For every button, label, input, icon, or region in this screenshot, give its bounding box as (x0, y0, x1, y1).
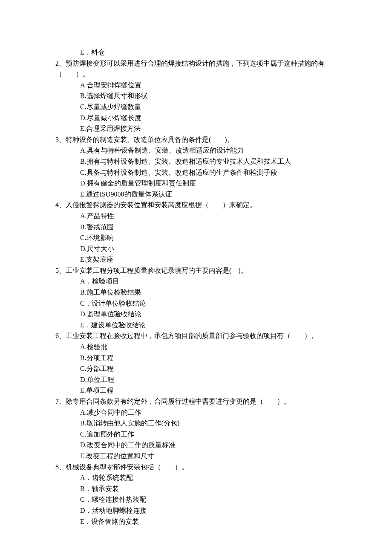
question-2: 2、预防焊接变形可以采用进行合理的焊接结构设计的措施，下列选项中属于这种措施的有… (55, 58, 337, 134)
question-stem: 除专用合同条款另有约定外，合同履行过程中需要进行变更的是（ ）。 (66, 398, 291, 405)
option-text: D.改变合同中的工作的质量标准 (55, 439, 337, 451)
option-text: C.分部工程 (55, 363, 337, 374)
question-5: 5、工业安装工程分项工程质量验收记录填写的主要内容是( )。 A．检验项目 B.… (55, 265, 337, 331)
question-stem: 预防焊接变形可以采用进行合理的焊接结构设计的措施，下列选项中属于这种措施的有（ … (55, 60, 325, 78)
option-text: C.尽量减少焊缝数量 (55, 101, 337, 113)
question-stem: 工业安装工程分项工程质量验收记录填写的主要内容是( )。 (66, 267, 248, 274)
option-text: A.具有与特种设备制造、安装、改造相适应的设计能力 (55, 145, 337, 156)
option-text: C.环境影响 (55, 232, 337, 243)
option-text: B.警戒范围 (55, 222, 337, 233)
question-text: 5、工业安装工程分项工程质量验收记录填写的主要内容是( )。 (55, 265, 337, 276)
option-text: E.支架底座 (55, 254, 337, 265)
option-text: C．设计单位验收结论 (55, 298, 337, 309)
question-4: 4、入侵报警探测器的安装位置和安装高度应根据（ ）来确定。 A.产品特性 B.警… (55, 199, 337, 265)
option-text: B.施工单位检验结果 (55, 287, 337, 298)
option-text: A.检验批 (55, 341, 337, 353)
option-text: E.单项工程 (55, 385, 337, 396)
option-text: E．料仓 (55, 47, 337, 58)
question-number: 2、 (55, 60, 66, 67)
question-stem: 工业安装工程在验收过程中，承包方项目部的质量部门参与验收的项目有（ ）。 (66, 332, 318, 339)
option-text: E.通过ISO9000的质量体系认证 (55, 189, 337, 200)
option-text: E．建设单位验收结论 (55, 320, 337, 331)
question-text: 4、入侵报警探测器的安装位置和安装高度应根据（ ）来确定。 (55, 199, 337, 211)
option-text: D.拥有健全的质量管理制度和责任制度 (55, 178, 337, 189)
question-text: 7、除专用合同条款另有约定外，合同履行过程中需要进行变更的是（ ）。 (55, 396, 337, 407)
question-stem: 特种设备的制造安装、改造单位应具备的条件是( )。 (66, 136, 234, 143)
question-7: 7、除专用合同条款另有约定外，合同履行过程中需要进行变更的是（ ）。 A.减少合… (55, 396, 337, 462)
option-text: D.监理单位验收结论 (55, 309, 337, 320)
question-number: 3、 (55, 136, 66, 143)
question-stem: 机械设备典型零部件安装包括（ ）。 (66, 463, 188, 471)
option-text: D.尺寸大小 (55, 243, 337, 254)
option-text: A.合理安排焊缝位置 (55, 80, 337, 91)
option-text: A.产品特性 (55, 211, 337, 222)
option-text: C．螺栓连接件热装配 (55, 494, 337, 505)
option-text: B.取消转由他人实施的工作(分包) (55, 418, 337, 429)
option-text: E.合理采用焊接方法 (55, 123, 337, 134)
question-number: 7、 (55, 398, 66, 405)
question-text: 2、预防焊接变形可以采用进行合理的焊接结构设计的措施，下列选项中属于这种措施的有… (55, 58, 337, 80)
option-text: B.拥有与特种设备制造、安装、改造相适应的专业技术人员和技术工人 (55, 156, 337, 167)
question-text: 8、机械设备典型零部件安装包括（ ）。 (55, 462, 337, 473)
question-stem: 入侵报警探测器的安装位置和安装高度应根据（ ）来确定。 (66, 201, 257, 208)
option-text: A．检验项目 (55, 276, 337, 287)
question-number: 8、 (55, 463, 66, 471)
option-text: D.单位工程 (55, 374, 337, 385)
question-text: 3、特种设备的制造安装、改造单位应具备的条件是( )。 (55, 134, 337, 145)
question-number: 4、 (55, 201, 66, 208)
option-text: A.减少合同中的工作 (55, 407, 337, 418)
option-text: E．设备管路的安装 (55, 516, 337, 527)
option-text: E.改变工程的位置和尺寸 (55, 451, 337, 462)
option-text: D．活动地脚螺栓连接 (55, 505, 337, 516)
option-text: A．齿轮系统装配 (55, 472, 337, 483)
question-8: 8、机械设备典型零部件安装包括（ ）。 A．齿轮系统装配 B．轴承安装 C．螺栓… (55, 462, 337, 527)
option-text: D.尽量减小焊缝长度 (55, 113, 337, 124)
question-number: 6、 (55, 332, 66, 339)
option-text: B．轴承安装 (55, 483, 337, 494)
question-6: 6、工业安装工程在验收过程中，承包方项目部的质量部门参与验收的项目有（ ）。 A… (55, 330, 337, 396)
question-number: 5、 (55, 267, 66, 274)
option-text: C.追加额外的工作 (55, 429, 337, 440)
option-text: B.分项工程 (55, 353, 337, 364)
option-text: B.选择焊缝尺寸和形状 (55, 90, 337, 101)
question-3: 3、特种设备的制造安装、改造单位应具备的条件是( )。 A.具有与特种设备制造、… (55, 134, 337, 200)
option-text: C.具备与特种设备制造、安装、改造相适应的生产条件和检测手段 (55, 167, 337, 178)
question-text: 6、工业安装工程在验收过程中，承包方项目部的质量部门参与验收的项目有（ ）。 (55, 330, 337, 341)
